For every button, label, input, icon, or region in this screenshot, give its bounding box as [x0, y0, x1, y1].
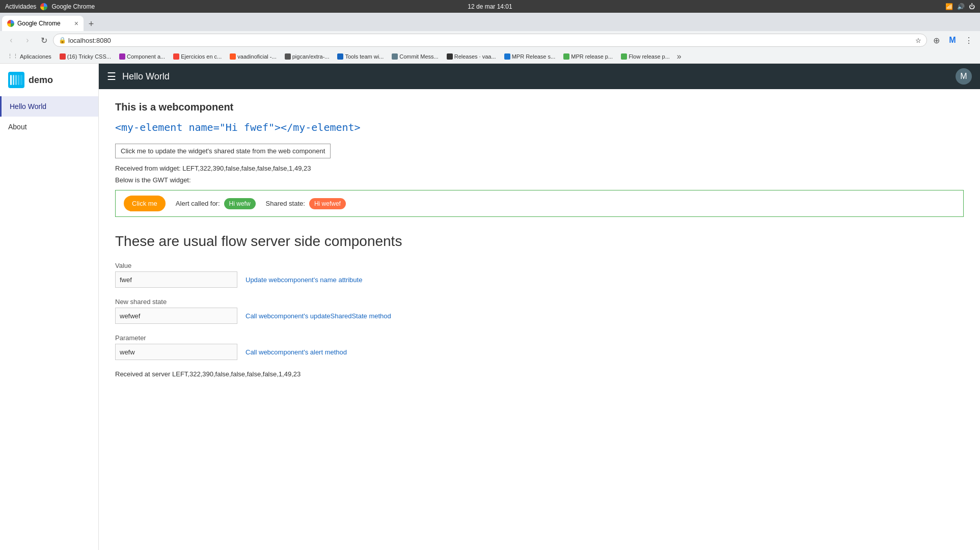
bookmark-4-label: vaadinoficial -... [237, 53, 276, 60]
bookmark-5[interactable]: pigcan/extra-... [282, 52, 333, 61]
shared-state-label: Shared state: [266, 200, 305, 207]
bookmark-apps[interactable]: ⋮⋮ Aplicaciones [4, 52, 55, 61]
update-name-attribute-link[interactable]: Update webcomponent's name attribute [246, 276, 362, 284]
bookmark-5-label: pigcan/extra-... [292, 53, 330, 60]
received-from-widget-text: Received from widget: LEFT,322,390,false… [115, 164, 964, 172]
bookmark-favicon-icon [621, 53, 627, 60]
bookmark-favicon-icon [119, 53, 125, 60]
click-me-button[interactable]: Click me [124, 196, 166, 211]
bookmark-star-icon[interactable]: ☆ [915, 37, 921, 44]
os-browser-name: Google Chrome [51, 3, 95, 10]
parameter-input[interactable] [115, 344, 237, 360]
os-bar: Actividades Google Chrome 12 de mar 14:0… [0, 0, 980, 13]
shared-state-section: Shared state: Hi wefwef [266, 198, 346, 209]
bookmark-favicon-icon [173, 53, 179, 60]
svg-rect-1 [10, 75, 12, 85]
os-bar-left: Actividades Google Chrome [5, 3, 95, 10]
address-bar[interactable]: 🔒 localhost:8080 ☆ [53, 34, 927, 47]
hamburger-icon[interactable]: ☰ [107, 70, 116, 82]
sidebar-nav: Hello World About [0, 96, 98, 137]
bookmark-9[interactable]: MPR Release s... [501, 52, 559, 61]
chrome-favicon-icon [40, 3, 47, 10]
tab-bar: Google Chrome × + [0, 13, 980, 31]
svg-rect-4 [18, 75, 19, 85]
svg-rect-5 [20, 75, 22, 85]
bookmark-3[interactable]: Ejercicios en c... [170, 52, 225, 61]
back-button[interactable]: ‹ [4, 33, 18, 47]
bookmark-favicon-icon [563, 53, 569, 60]
new-tab-button[interactable]: + [84, 17, 98, 31]
more-menu-button[interactable]: ⋮ [962, 33, 976, 47]
bookmark-favicon-icon [230, 53, 236, 60]
os-bar-right: 📶 🔊 ⏻ [945, 3, 975, 10]
bookmark-favicon-icon [447, 53, 453, 60]
new-shared-state-field-group: New shared state Call webcomponent's upd… [115, 298, 964, 324]
value-field-group: Value Update webcomponent's name attribu… [115, 262, 964, 288]
alert-value-badge: Hi wefw [224, 198, 256, 209]
received-at-server-text: Received at server LEFT,322,390,false,fa… [115, 370, 964, 378]
reload-button[interactable]: ↻ [37, 33, 51, 47]
bookmark-1-label: (16) Tricky CSS... [67, 53, 111, 60]
bookmark-10[interactable]: MPR release p... [560, 52, 616, 61]
parameter-label: Parameter [115, 334, 964, 342]
app-header-title: Hello World [122, 71, 170, 82]
bookmark-2[interactable]: Component a... [116, 52, 168, 61]
bookmark-8[interactable]: Releases · vaa... [444, 52, 499, 61]
bookmark-1[interactable]: (16) Tricky CSS... [57, 52, 114, 61]
os-sound-icon: 🔊 [957, 3, 965, 10]
tab-favicon-icon [7, 20, 14, 27]
app-header: ☰ Hello World M [99, 64, 980, 89]
sidebar-item-about[interactable]: About [0, 117, 98, 137]
call-alert-method-link[interactable]: Call webcomponent's alert method [246, 348, 347, 356]
extensions-button[interactable]: ⊕ [929, 33, 943, 47]
tab-close-button[interactable]: × [74, 19, 78, 28]
bookmark-4[interactable]: vaadinoficial -... [227, 52, 279, 61]
bookmark-favicon-icon [504, 53, 510, 60]
forward-button[interactable]: › [20, 33, 35, 47]
main-content: ☰ Hello World M This is a webcomponent <… [99, 64, 980, 550]
bookmark-11-label: Flow release p... [629, 53, 670, 60]
svg-rect-2 [13, 75, 14, 85]
user-profile-button[interactable]: M [945, 33, 960, 47]
bookmark-favicon-icon [285, 53, 291, 60]
app-container: demo Hello World About ☰ Hello World M T… [0, 64, 980, 550]
new-shared-state-label: New shared state [115, 298, 964, 306]
bookmark-6[interactable]: Tools team wi... [334, 52, 387, 61]
call-update-shared-state-link[interactable]: Call webcomponent's updateSharedState me… [246, 312, 391, 320]
parameter-field-row: Call webcomponent's alert method [115, 344, 964, 360]
os-network-icon: 📶 [945, 3, 953, 10]
shared-state-value-badge: Hi wefwef [309, 198, 346, 209]
bookmark-favicon-icon [392, 53, 398, 60]
gwt-widget-box: Click me Alert called for: Hi wefw Share… [115, 190, 964, 217]
webcomponent-code-display: <my-element name="Hi fwef"></my-element> [115, 121, 964, 133]
new-shared-state-input[interactable] [115, 308, 237, 324]
os-datetime: 12 de mar 14:01 [468, 3, 512, 10]
sidebar: demo Hello World About [0, 64, 99, 550]
bookmark-6-label: Tools team wi... [345, 53, 384, 60]
server-section-title: These are usual flow server side compone… [115, 233, 964, 250]
bookmark-favicon-icon [337, 53, 343, 60]
active-tab[interactable]: Google Chrome × [2, 16, 84, 31]
bookmark-3-label: Ejercicios en c... [181, 53, 222, 60]
bookmark-10-label: MPR release p... [571, 53, 613, 60]
user-avatar[interactable]: M [956, 68, 972, 85]
bookmark-7-label: Commit Mess... [399, 53, 438, 60]
os-power-icon: ⏻ [969, 3, 975, 10]
address-text: localhost:8080 [68, 37, 913, 44]
bookmarks-more-button[interactable]: » [675, 52, 684, 61]
bookmark-11[interactable]: Flow release p... [618, 52, 673, 61]
bookmark-7[interactable]: Commit Mess... [389, 52, 441, 61]
value-field-row: Update webcomponent's name attribute [115, 271, 964, 288]
page-subtitle: This is a webcomponent [115, 101, 964, 113]
bookmark-apps-label: Aplicaciones [20, 53, 51, 60]
svg-rect-3 [15, 75, 17, 85]
sidebar-item-hello-world[interactable]: Hello World [0, 96, 98, 117]
value-input[interactable] [115, 271, 237, 288]
bookmark-9-label: MPR Release s... [512, 53, 556, 60]
os-activities[interactable]: Actividades [5, 3, 36, 10]
alert-label: Alert called for: [176, 200, 220, 207]
bookmark-2-label: Component a... [127, 53, 165, 60]
parameter-field-group: Parameter Call webcomponent's alert meth… [115, 334, 964, 360]
bookmarks-bar: ⋮⋮ Aplicaciones (16) Tricky CSS... Compo… [0, 49, 980, 64]
update-shared-state-button[interactable]: Click me to update the widget's shared s… [115, 144, 331, 158]
